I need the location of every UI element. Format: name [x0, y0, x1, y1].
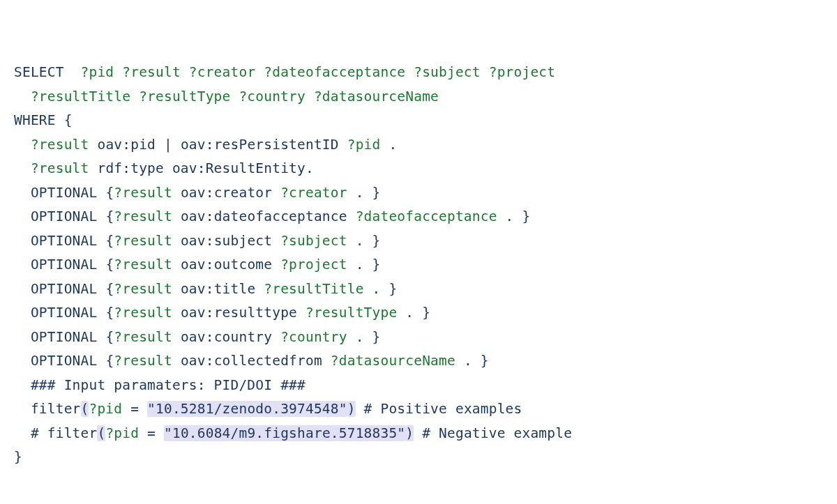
dot: .: [306, 160, 314, 176]
dot: .: [372, 281, 381, 297]
dot: .: [405, 305, 414, 321]
brace-close: }: [372, 233, 381, 249]
pred-rdf-type: rdf:type: [97, 160, 164, 176]
dot: .: [389, 137, 397, 153]
brace-close: }: [422, 305, 430, 321]
paren-open: (: [81, 401, 89, 417]
string-doi-negative: "10.6084/m9.figshare.5718835": [164, 425, 405, 441]
pred-oav-pid: oav:pid: [97, 137, 156, 153]
keyword-optional: OPTIONAL: [31, 329, 98, 345]
paren-close: ): [405, 425, 414, 441]
brace-open: {: [105, 281, 114, 297]
comment-positive: Positive examples: [380, 401, 522, 417]
class-ResultEntity: oav:ResultEntity: [172, 160, 306, 176]
var-resultTitle: ?resultTitle: [31, 89, 130, 105]
var-project: ?project: [489, 64, 556, 80]
var-result: ?result: [114, 305, 172, 321]
brace-open: {: [105, 185, 114, 201]
var-pid: ?pid: [347, 137, 381, 153]
pred-oav-creator: oav:creator: [181, 185, 272, 201]
var-country: ?country: [239, 89, 306, 105]
var-result: ?result: [114, 257, 172, 273]
brace-close: }: [389, 281, 397, 297]
var-subject: ?subject: [414, 64, 481, 80]
brace-open: {: [105, 329, 114, 345]
var-resultType: ?resultType: [306, 305, 397, 321]
var-dateofacceptance: ?dateofacceptance: [264, 64, 405, 80]
dot: .: [464, 353, 472, 369]
var-project: ?project: [280, 257, 347, 273]
comment-marker: ###: [31, 377, 56, 393]
var-result: ?result: [114, 353, 172, 369]
var-result: ?result: [114, 233, 172, 249]
brace-open: {: [105, 353, 114, 369]
pred-oav-title: oav:title: [181, 281, 255, 297]
keyword-optional: OPTIONAL: [31, 257, 98, 273]
pred-oav-outcome: oav:outcome: [181, 257, 272, 273]
dot: .: [356, 185, 364, 201]
keyword-optional: OPTIONAL: [31, 185, 98, 201]
brace-open: {: [105, 233, 114, 249]
pipe: |: [164, 137, 172, 153]
var-result: ?result: [122, 64, 181, 80]
keyword-filter: filter: [31, 401, 81, 417]
var-result: ?result: [114, 185, 172, 201]
dot: .: [506, 208, 514, 224]
var-result: ?result: [31, 137, 89, 153]
var-country: ?country: [280, 329, 347, 345]
sparql-code-block: SELECT ?pid ?result ?creator ?dateofacce…: [14, 61, 823, 470]
pred-oav-collectedfrom: oav:collectedfrom: [181, 353, 322, 369]
var-resultType: ?resultType: [139, 89, 230, 105]
var-creator: ?creator: [189, 64, 256, 80]
brace-open: {: [105, 257, 114, 273]
dot: .: [356, 257, 364, 273]
string-doi-positive: "10.5281/zenodo.3974548": [147, 401, 347, 417]
brace-close: }: [372, 329, 381, 345]
var-result: ?result: [114, 329, 172, 345]
brace-open: {: [105, 208, 114, 224]
eq: =: [130, 401, 139, 417]
var-result: ?result: [114, 208, 172, 224]
keyword-optional: OPTIONAL: [31, 305, 98, 321]
var-datasourceName: ?datasourceName: [314, 89, 439, 105]
brace-close: }: [372, 185, 381, 201]
keyword-optional: OPTIONAL: [31, 353, 98, 369]
pred-oav-resPersistentID: oav:resPersistentID: [181, 137, 339, 153]
pred-oav-resulttype: oav:resulttype: [181, 305, 297, 321]
var-pid: ?pid: [81, 64, 114, 80]
brace-open: {: [105, 305, 114, 321]
eq: =: [147, 425, 156, 441]
pred-oav-subject: oav:subject: [181, 233, 272, 249]
var-datasourceName: ?datasourceName: [331, 353, 455, 369]
keyword-optional: OPTIONAL: [31, 208, 98, 224]
comment-negative: Negative example: [439, 425, 572, 441]
var-result: ?result: [114, 281, 172, 297]
keyword-optional: OPTIONAL: [31, 281, 98, 297]
brace-close: }: [372, 257, 381, 273]
dot: .: [356, 233, 364, 249]
pred-oav-dateofacceptance: oav:dateofacceptance: [181, 208, 347, 224]
comment-marker: ###: [280, 377, 306, 393]
var-dateofacceptance: ?dateofacceptance: [356, 208, 497, 224]
comment-input-params: Input paramaters: PID/DOI: [64, 377, 273, 393]
var-resultTitle: ?resultTitle: [264, 281, 363, 297]
keyword-filter: filter: [47, 425, 98, 441]
var-pid: ?pid: [105, 425, 139, 441]
keyword-where: WHERE: [14, 112, 56, 128]
brace-close: }: [522, 208, 530, 224]
paren-close: ): [347, 401, 356, 417]
var-result: ?result: [31, 160, 89, 176]
comment-marker: #: [422, 425, 430, 441]
dot: .: [356, 329, 364, 345]
comment-marker: #: [364, 401, 372, 417]
var-subject: ?subject: [280, 233, 347, 249]
keyword-select: SELECT: [14, 64, 64, 80]
brace-close: }: [14, 449, 22, 465]
paren-open: (: [97, 425, 105, 441]
brace-close: }: [481, 353, 489, 369]
comment-marker: #: [31, 425, 39, 441]
brace-open: {: [64, 112, 73, 128]
var-creator: ?creator: [280, 185, 347, 201]
pred-oav-country: oav:country: [181, 329, 272, 345]
keyword-optional: OPTIONAL: [31, 233, 98, 249]
